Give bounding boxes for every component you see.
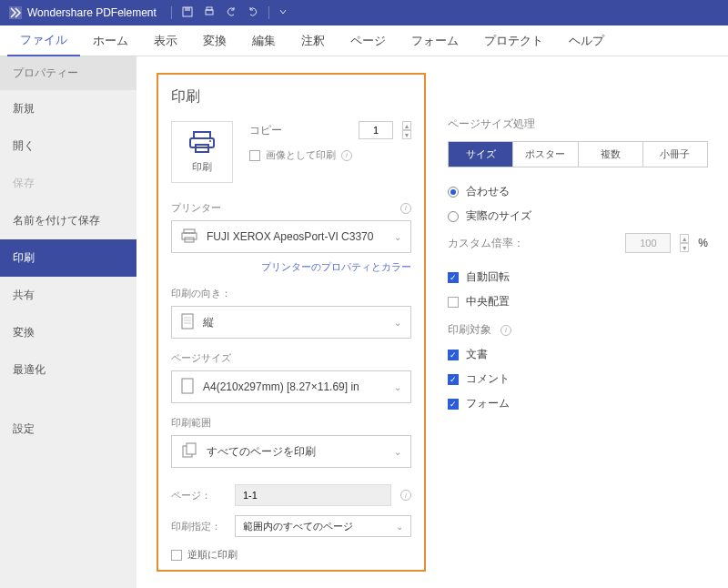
- target-label: コメント: [466, 371, 510, 387]
- orientation-label: 印刷の向き：: [171, 287, 231, 300]
- sidebar-item-共有[interactable]: 共有: [0, 277, 136, 314]
- info-icon[interactable]: i: [500, 325, 511, 336]
- menu-ページ[interactable]: ページ: [338, 25, 399, 56]
- menu-注釈[interactable]: 注釈: [288, 25, 338, 56]
- menu-ホーム[interactable]: ホーム: [80, 25, 141, 56]
- scale-up-icon[interactable]: ▲: [680, 234, 689, 243]
- info-icon[interactable]: i: [400, 490, 411, 501]
- svg-rect-6: [190, 138, 214, 147]
- app-logo-icon: [9, 6, 22, 19]
- pages-label: ページ：: [171, 489, 226, 502]
- auto-rotate-checkbox[interactable]: [448, 272, 459, 283]
- chevron-down-icon: ⌄: [394, 447, 401, 457]
- reverse-order-checkbox[interactable]: [171, 550, 182, 561]
- info-icon[interactable]: i: [341, 150, 352, 161]
- printer-properties-link[interactable]: プリンターのプロパティとカラー: [171, 260, 411, 274]
- target-label: 文書: [466, 347, 488, 362]
- page-size-label: ページサイズ: [171, 351, 231, 365]
- svg-rect-16: [182, 379, 193, 393]
- sidebar-item-最適化[interactable]: 最適化: [0, 351, 136, 389]
- sidebar-item-開く[interactable]: 開く: [0, 127, 136, 165]
- pages-input[interactable]: [235, 484, 391, 506]
- print-mode-card[interactable]: 印刷: [171, 121, 233, 183]
- sidebar-item-保存[interactable]: 保存: [0, 165, 136, 202]
- page-portrait-icon: [181, 313, 194, 332]
- svg-rect-2: [185, 7, 190, 11]
- sizing-mode-segment: サイズポスター複数小冊子: [448, 141, 708, 167]
- auto-rotate-label: 自動回転: [466, 269, 510, 285]
- print-spec-select[interactable]: 範囲内のすべてのページ ⌄: [235, 515, 411, 537]
- page-size-select[interactable]: A4(210x297mm) [8.27×11.69] in ⌄: [171, 370, 411, 403]
- target-checkbox-文書[interactable]: [448, 350, 459, 360]
- page-size-value: A4(210x297mm) [8.27×11.69] in: [203, 380, 385, 393]
- copies-up-icon[interactable]: ▲: [402, 121, 411, 130]
- svg-rect-12: [182, 314, 193, 329]
- center-align-checkbox[interactable]: [448, 297, 459, 308]
- menu-ファイル[interactable]: ファイル: [7, 25, 80, 56]
- menu-フォーム[interactable]: フォーム: [399, 25, 471, 56]
- page-sizing-panel: ページサイズ処理 サイズポスター複数小冊子 合わせる実際のサイズ カスタム倍率：…: [448, 73, 708, 572]
- radio-実際のサイズ[interactable]: [448, 211, 459, 222]
- svg-rect-3: [206, 10, 213, 15]
- save-icon[interactable]: [181, 5, 194, 21]
- dropdown-icon[interactable]: [278, 6, 288, 19]
- print-panel: 印刷 印刷 コピー ▲ ▼: [157, 73, 426, 572]
- orientation-select[interactable]: 縦 ⌄: [171, 306, 411, 339]
- printer-icon: [188, 130, 216, 157]
- svg-point-8: [209, 140, 211, 142]
- sidebar-item-変換[interactable]: 変換: [0, 314, 136, 351]
- seg-サイズ[interactable]: サイズ: [449, 142, 513, 167]
- undo-icon[interactable]: [225, 5, 238, 21]
- print-icon[interactable]: [203, 5, 216, 21]
- orientation-value: 縦: [203, 315, 385, 330]
- seg-複数[interactable]: 複数: [579, 142, 643, 167]
- print-card-label: 印刷: [192, 160, 212, 174]
- redo-icon[interactable]: [247, 5, 259, 21]
- custom-scale-label: カスタム倍率：: [448, 236, 616, 251]
- sidebar-item-新規[interactable]: 新規: [0, 90, 136, 127]
- sidebar-item-印刷[interactable]: 印刷: [0, 239, 136, 277]
- menu-編集[interactable]: 編集: [239, 25, 288, 56]
- svg-rect-9: [184, 229, 195, 233]
- menu-プロテクト[interactable]: プロテクト: [471, 25, 556, 56]
- copies-input[interactable]: [359, 121, 393, 139]
- svg-rect-10: [182, 233, 197, 239]
- menu-表示[interactable]: 表示: [141, 25, 190, 56]
- sidebar-item-設定[interactable]: 設定: [0, 411, 136, 448]
- chevron-down-icon: ⌄: [394, 232, 401, 242]
- reverse-order-label: 逆順に印刷: [187, 548, 238, 562]
- print-range-select[interactable]: すべてのページを印刷 ⌄: [171, 435, 411, 468]
- chevron-down-icon: ⌄: [396, 522, 403, 532]
- chevron-down-icon: ⌄: [394, 382, 401, 392]
- radio-label: 合わせる: [466, 184, 510, 199]
- chevron-down-icon: ⌄: [394, 318, 401, 328]
- radio-合わせる[interactable]: [448, 187, 459, 198]
- print-heading: 印刷: [171, 87, 411, 106]
- radio-label: 実際のサイズ: [466, 208, 531, 224]
- print-spec-value: 範囲内のすべてのページ: [243, 520, 353, 533]
- svg-rect-5: [194, 132, 210, 138]
- menu-ヘルプ[interactable]: ヘルプ: [556, 25, 617, 56]
- pages-icon: [181, 442, 197, 461]
- scale-down-icon[interactable]: ▼: [680, 243, 689, 252]
- target-checkbox-フォーム[interactable]: [448, 399, 459, 410]
- printer-select[interactable]: FUJI XEROX ApeosPort-VI C3370 ⌄: [171, 220, 411, 253]
- sidebar-item-名前を付けて保存[interactable]: 名前を付けて保存: [0, 202, 136, 239]
- info-icon[interactable]: i: [400, 203, 411, 214]
- copies-down-icon[interactable]: ▼: [402, 130, 411, 139]
- seg-ポスター[interactable]: ポスター: [513, 142, 578, 167]
- target-checkbox-コメント[interactable]: [448, 374, 459, 385]
- copies-label: コピー: [249, 123, 286, 138]
- print-target-label: 印刷対象: [448, 322, 491, 338]
- page-sizing-label: ページサイズ処理: [448, 117, 708, 132]
- menu-変換[interactable]: 変換: [190, 25, 239, 56]
- print-range-label: 印刷範囲: [171, 416, 211, 430]
- custom-scale-input[interactable]: [625, 233, 671, 253]
- target-label: フォーム: [466, 396, 510, 411]
- printer-label: プリンター: [171, 201, 221, 215]
- printer-small-icon: [181, 228, 197, 246]
- print-spec-label: 印刷指定：: [171, 520, 226, 533]
- app-title: Wondershare PDFelement: [27, 6, 157, 19]
- print-as-image-checkbox[interactable]: [249, 150, 260, 161]
- seg-小冊子[interactable]: 小冊子: [643, 142, 707, 167]
